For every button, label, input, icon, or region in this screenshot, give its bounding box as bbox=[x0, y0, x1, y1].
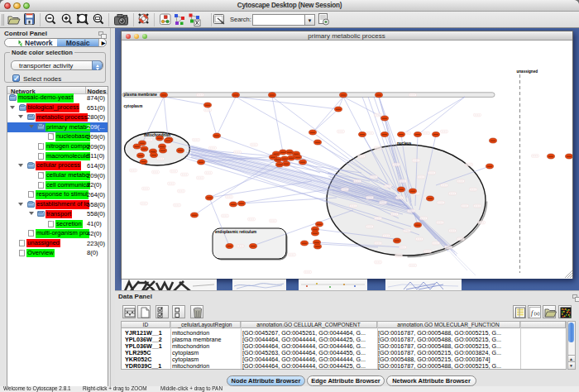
svg-text:unassigned: unassigned bbox=[516, 69, 538, 74]
svg-text:plasma membrane: plasma membrane bbox=[123, 93, 157, 97]
svg-text:(x): (x) bbox=[534, 311, 540, 316]
svg-text:nucleus: nucleus bbox=[397, 141, 412, 146]
svg-text:cytoplasm: cytoplasm bbox=[123, 104, 142, 108]
svg-text:endoplasmic reticulum: endoplasmic reticulum bbox=[215, 230, 256, 234]
